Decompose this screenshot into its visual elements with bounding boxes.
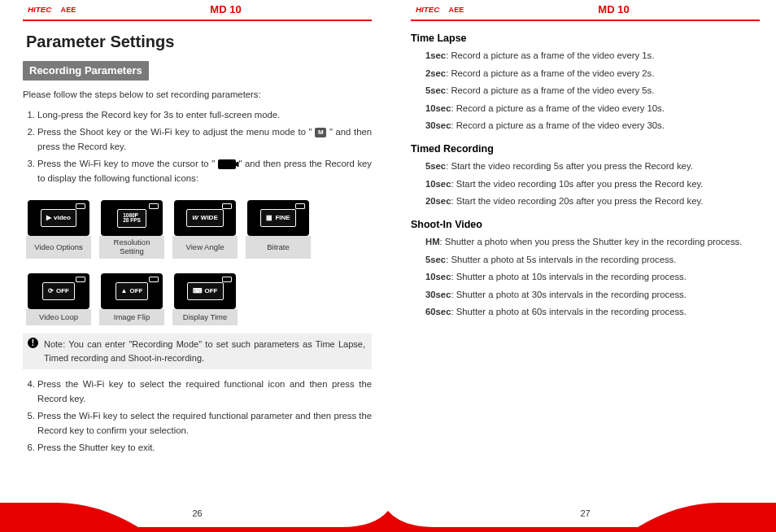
step-4: Press the Wi-Fi key to select the requir… (37, 377, 372, 406)
display-time-icon: ⌨ OFF (174, 273, 236, 309)
icon-labels-2: Video Loop Image Flip Display Time (23, 309, 372, 325)
steps-list: Long-press the Record key for 3s to ente… (23, 108, 372, 190)
note-box: Note: You can enter "Recording Mode" to … (23, 334, 372, 369)
image-flip-icon: ▲ OFF (101, 273, 163, 309)
shoot-in-video-list: HM: Shutter a photo when you press the S… (411, 234, 760, 323)
resolution-icon: 1080P 28 FPS (101, 200, 163, 236)
svg-text:AEE: AEE (449, 6, 464, 14)
brand-logo: HITECAEE (23, 4, 96, 15)
header-bar: HITECAEE MD 10 (23, 0, 372, 21)
time-lapse-heading: Time Lapse (411, 31, 760, 46)
step-2: Press the Shoot key or the Wi-Fi key to … (37, 125, 372, 154)
shoot-in-video-heading: Shoot-In Video (411, 217, 760, 233)
brand-logo: HITECAEE (411, 4, 484, 15)
svg-text:HITEC: HITEC (28, 5, 52, 14)
svg-text:AEE: AEE (61, 6, 76, 14)
timed-recording-heading: Timed Recording (411, 142, 760, 157)
menu-mode-icon: M (315, 128, 326, 137)
step-3: Press the Wi-Fi key to move the cursor t… (37, 157, 372, 185)
video-loop-icon: ⟳ OFF (28, 273, 89, 309)
product-name: MD 10 (96, 2, 372, 18)
page-number: 26 (23, 507, 372, 524)
cursor-icon (218, 159, 236, 169)
product-name: MD 10 (484, 2, 760, 18)
page-left: HITECAEE MD 10 Parameter Settings Record… (0, 0, 388, 532)
icon-labels-1: Video Options Resolution Setting View An… (23, 236, 372, 259)
time-lapse-list: 1sec: Record a picture as a frame of the… (411, 48, 760, 137)
steps-list-cont: Press the Wi-Fi key to select the requir… (23, 377, 372, 459)
step-1: Long-press the Record key for 3s to ente… (37, 108, 372, 123)
page-title: Parameter Settings (26, 29, 372, 55)
header-bar: HITECAEE MD 10 (411, 0, 760, 21)
step-5: Press the Wi-Fi key to select the requir… (37, 409, 372, 438)
page-right: HITECAEE MD 10 Time Lapse 1sec: Record a… (388, 0, 776, 532)
bitrate-icon: ▦ FINE (247, 200, 309, 236)
step-6: Press the Shutter key to exit. (37, 441, 372, 456)
intro-text: Please follow the steps below to set rec… (23, 88, 372, 102)
icon-row-1: ▶ video 1080P 28 FPS W WIDE ▦ FINE (23, 200, 372, 236)
section-heading: Recording Parameters (23, 61, 149, 81)
video-options-icon: ▶ video (28, 200, 89, 236)
timed-recording-list: 5sec: Start the video recording 5s after… (411, 159, 760, 212)
page-number: 27 (411, 507, 760, 524)
svg-text:HITEC: HITEC (416, 5, 440, 14)
icon-row-2: ⟳ OFF ▲ OFF ⌨ OFF (23, 273, 372, 309)
view-angle-icon: W WIDE (174, 200, 236, 236)
page-spread: HITECAEE MD 10 Parameter Settings Record… (0, 0, 776, 532)
